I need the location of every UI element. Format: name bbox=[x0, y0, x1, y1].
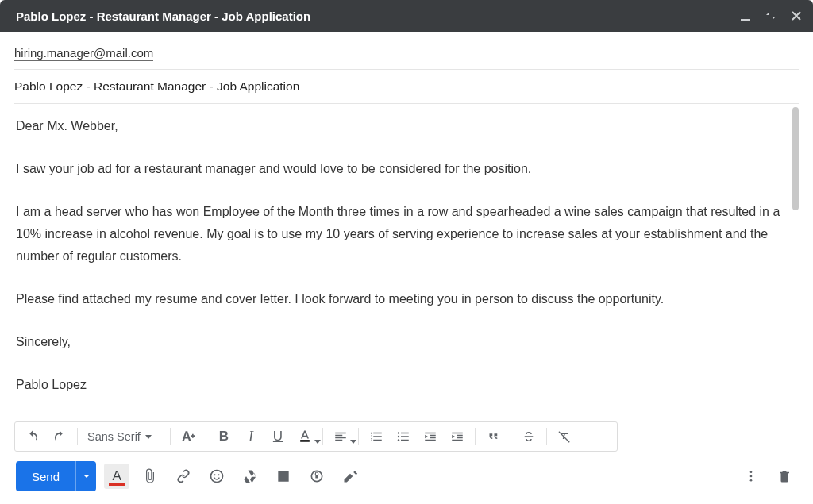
svg-point-6 bbox=[214, 474, 216, 475]
font-size-icon[interactable] bbox=[175, 425, 201, 448]
compose-bottom-bar: Send A bbox=[14, 458, 799, 504]
send-button-group: Send bbox=[16, 461, 96, 491]
strikethrough-icon[interactable] bbox=[516, 425, 541, 448]
body-paragraph: Dear Mx. Webber, bbox=[16, 115, 789, 137]
svg-rect-9 bbox=[315, 475, 318, 478]
minimize-icon[interactable] bbox=[740, 10, 751, 21]
svg-point-2 bbox=[398, 432, 399, 433]
chevron-down-icon bbox=[145, 435, 152, 439]
body-paragraph: Sincerely, bbox=[16, 331, 789, 353]
send-button[interactable]: Send bbox=[16, 461, 75, 491]
svg-point-10 bbox=[750, 471, 753, 473]
undo-icon[interactable] bbox=[20, 425, 45, 448]
svg-point-11 bbox=[750, 475, 753, 478]
chevron-down-icon bbox=[314, 440, 321, 444]
subject-text: Pablo Lopez - Restaurant Manager - Job A… bbox=[14, 79, 299, 93]
compose-body: hiring.manager@mail.com Pablo Lopez - Re… bbox=[0, 32, 813, 504]
underline-icon[interactable]: U bbox=[265, 425, 291, 448]
window-titlebar: Pablo Lopez - Restaurant Manager - Job A… bbox=[0, 0, 813, 32]
separator bbox=[358, 428, 359, 445]
separator bbox=[77, 428, 78, 445]
quote-icon[interactable] bbox=[480, 425, 506, 448]
indent-more-icon[interactable] bbox=[445, 425, 470, 448]
bulleted-list-icon[interactable] bbox=[391, 425, 416, 448]
exit-fullscreen-icon[interactable] bbox=[765, 10, 776, 21]
bold-icon[interactable]: B bbox=[211, 425, 237, 448]
insert-photo-icon[interactable] bbox=[271, 464, 296, 489]
insert-drive-icon[interactable] bbox=[237, 464, 263, 489]
svg-rect-1 bbox=[300, 440, 310, 442]
text-color-button[interactable]: A bbox=[104, 464, 129, 489]
insert-link-icon[interactable] bbox=[171, 464, 196, 489]
svg-point-12 bbox=[750, 479, 753, 482]
body-paragraph: Please find attached my resume and cover… bbox=[16, 288, 789, 310]
close-icon[interactable] bbox=[791, 10, 802, 21]
more-options-icon[interactable] bbox=[738, 464, 764, 489]
svg-point-7 bbox=[218, 474, 220, 475]
clear-formatting-icon[interactable] bbox=[552, 425, 577, 448]
separator bbox=[475, 428, 476, 445]
svg-point-5 bbox=[211, 471, 223, 483]
redo-icon[interactable] bbox=[47, 425, 72, 448]
window-title: Pablo Lopez - Restaurant Manager - Job A… bbox=[16, 10, 740, 23]
formatting-toolbar: Sans Serif B I U bbox=[14, 421, 618, 452]
compose-window: Pablo Lopez - Restaurant Manager - Job A… bbox=[0, 0, 813, 504]
insert-emoji-icon[interactable] bbox=[204, 464, 229, 489]
discard-draft-icon[interactable] bbox=[772, 464, 797, 489]
insert-signature-icon[interactable] bbox=[337, 464, 363, 489]
body-paragraph: I saw your job ad for a restaurant manag… bbox=[16, 158, 789, 180]
recipient-chip[interactable]: hiring.manager@mail.com bbox=[14, 46, 153, 61]
chevron-down-icon bbox=[350, 440, 356, 444]
recipients-row[interactable]: hiring.manager@mail.com bbox=[14, 32, 799, 70]
indent-less-icon[interactable] bbox=[418, 425, 443, 448]
align-icon[interactable] bbox=[328, 425, 353, 448]
attach-file-icon[interactable] bbox=[137, 464, 163, 489]
text-color-icon[interactable] bbox=[292, 425, 318, 448]
body-paragraph: Pablo Lopez bbox=[16, 374, 789, 396]
confidential-mode-icon[interactable] bbox=[304, 464, 329, 489]
body-paragraph: I am a head server who has won Employee … bbox=[16, 201, 789, 267]
separator bbox=[546, 428, 547, 445]
separator bbox=[170, 428, 171, 445]
message-text[interactable]: Dear Mx. Webber, I saw your job ad for a… bbox=[14, 104, 791, 421]
send-options-dropdown[interactable] bbox=[75, 461, 96, 491]
subject-field[interactable]: Pablo Lopez - Restaurant Manager - Job A… bbox=[14, 70, 799, 104]
separator bbox=[206, 428, 206, 445]
svg-point-4 bbox=[398, 439, 399, 441]
separator bbox=[511, 428, 511, 445]
font-name-label: Sans Serif bbox=[87, 430, 141, 443]
svg-rect-0 bbox=[741, 19, 750, 21]
separator bbox=[322, 428, 323, 445]
window-controls bbox=[740, 10, 802, 21]
message-body-area[interactable]: Dear Mx. Webber, I saw your job ad for a… bbox=[14, 104, 799, 421]
svg-point-3 bbox=[398, 436, 399, 437]
italic-icon[interactable]: I bbox=[238, 425, 264, 448]
scrollbar-thumb[interactable] bbox=[792, 107, 799, 210]
font-family-picker[interactable]: Sans Serif bbox=[83, 425, 165, 448]
numbered-list-icon[interactable] bbox=[364, 425, 389, 448]
